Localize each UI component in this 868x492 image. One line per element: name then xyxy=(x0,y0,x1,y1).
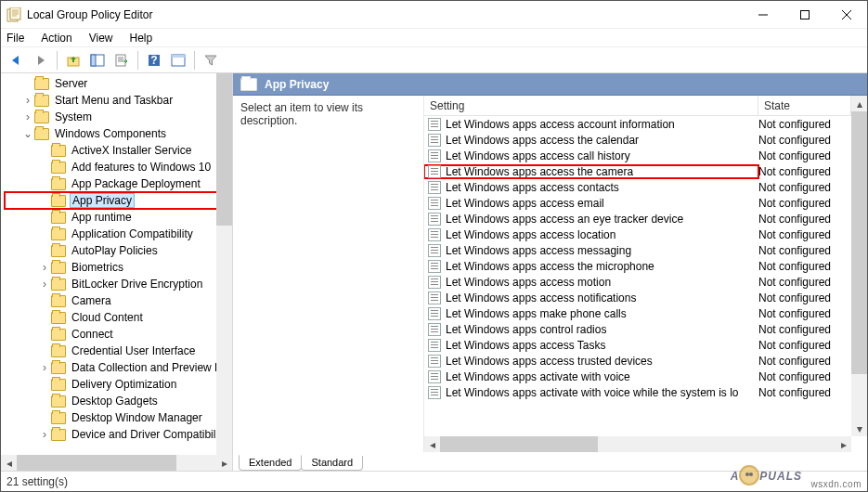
list-rows[interactable]: Let Windows apps access account informat… xyxy=(424,116,867,436)
tree-item[interactable]: Credential User Interface xyxy=(5,343,232,359)
separator xyxy=(57,51,58,70)
tree-item[interactable]: ActiveX Installer Service xyxy=(5,142,232,159)
tree-item-label: Application Compatibility xyxy=(70,227,195,240)
list-row[interactable]: Let Windows apps access contactsNot conf… xyxy=(424,179,867,195)
window-title: Local Group Policy Editor xyxy=(27,8,742,21)
close-button[interactable] xyxy=(825,1,867,28)
tree-item[interactable]: ›BitLocker Drive Encryption xyxy=(5,276,232,292)
up-folder-button[interactable] xyxy=(63,50,84,71)
list-row[interactable]: Let Windows apps control radiosNot confi… xyxy=(424,321,867,337)
svg-rect-10 xyxy=(172,55,185,58)
tree-item[interactable]: ›Device and Driver Compatibilit xyxy=(5,426,232,443)
tab-standard[interactable]: Standard xyxy=(301,456,363,471)
list-row[interactable]: Let Windows apps access messagingNot con… xyxy=(424,242,867,258)
scroll-right-icon[interactable]: ▸ xyxy=(216,455,232,471)
list-row[interactable]: Let Windows apps access account informat… xyxy=(424,116,867,132)
expand-icon[interactable]: › xyxy=(38,428,51,441)
forward-button[interactable] xyxy=(31,50,51,71)
list-horizontal-scrollbar[interactable]: ◂ ▸ xyxy=(424,436,851,452)
list-row[interactable]: Let Windows apps activate with voiceNot … xyxy=(424,369,867,384)
tree-item[interactable]: Camera xyxy=(5,292,232,309)
list-row[interactable]: Let Windows apps activate with voice whi… xyxy=(424,384,867,400)
tree-item[interactable]: ›Data Collection and Preview B xyxy=(5,359,232,376)
list-row[interactable]: Let Windows apps access the calendarNot … xyxy=(424,132,867,148)
column-state[interactable]: State xyxy=(758,96,851,115)
tree-item-label: Delivery Optimization xyxy=(70,378,178,391)
scrollbar-thumb[interactable] xyxy=(216,73,232,226)
tree-item[interactable]: Add features to Windows 10 xyxy=(5,159,232,175)
expand-icon[interactable]: › xyxy=(38,278,51,291)
scrollbar-thumb[interactable] xyxy=(851,111,867,374)
tree-vertical-scrollbar[interactable] xyxy=(216,73,232,455)
expand-icon[interactable]: › xyxy=(38,261,51,274)
properties-button[interactable] xyxy=(168,50,188,71)
back-button[interactable] xyxy=(6,50,27,71)
help-button[interactable]: ? xyxy=(144,50,164,71)
tree-horizontal-scrollbar[interactable]: ◂ ▸ xyxy=(1,455,232,471)
expand-icon[interactable]: ⌄ xyxy=(21,127,34,140)
setting-name: Let Windows apps access the calendar xyxy=(446,134,639,147)
list-row[interactable]: Let Windows apps access emailNot configu… xyxy=(424,195,867,211)
folder-icon xyxy=(51,312,66,324)
column-setting[interactable]: Setting xyxy=(424,96,758,115)
list-row[interactable]: Let Windows apps make phone callsNot con… xyxy=(424,305,867,321)
list-row[interactable]: Let Windows apps access call historyNot … xyxy=(424,148,867,163)
tree-item-label: Data Collection and Preview B xyxy=(70,361,224,374)
tree-item[interactable]: Server xyxy=(5,75,232,92)
tree-item[interactable]: Cloud Content xyxy=(5,309,232,326)
menu-file[interactable]: File xyxy=(6,32,24,45)
list-row[interactable]: Let Windows apps access locationNot conf… xyxy=(424,227,867,242)
tree-item[interactable]: ›Start Menu and Taskbar xyxy=(5,92,232,109)
tree-item[interactable]: Delivery Optimization xyxy=(5,376,232,393)
policy-icon xyxy=(428,355,441,368)
setting-name: Let Windows apps access location xyxy=(446,228,615,241)
filter-button[interactable] xyxy=(201,50,221,71)
tree-item[interactable]: App Privacy xyxy=(5,192,232,209)
list-row[interactable]: Let Windows apps access notificationsNot… xyxy=(424,290,867,305)
tree-item[interactable]: Desktop Gadgets xyxy=(5,393,232,409)
scroll-left-icon[interactable]: ◂ xyxy=(1,455,17,471)
expand-icon[interactable]: › xyxy=(38,361,51,374)
details-header-title: App Privacy xyxy=(265,78,329,91)
scroll-down-icon[interactable]: ▾ xyxy=(851,421,867,436)
policy-icon xyxy=(428,291,441,304)
policy-icon xyxy=(428,165,441,178)
menu-action[interactable]: Action xyxy=(41,32,71,45)
tree-item[interactable]: App runtime xyxy=(5,209,232,226)
tree-item[interactable]: Connect xyxy=(5,326,232,343)
minimize-button[interactable] xyxy=(742,1,784,28)
list-row[interactable]: Let Windows apps access the microphoneNo… xyxy=(424,258,867,274)
setting-name: Let Windows apps access messaging xyxy=(446,244,631,257)
scroll-right-icon[interactable]: ▸ xyxy=(836,436,851,452)
scrollbar-thumb[interactable] xyxy=(17,455,176,471)
scroll-left-icon[interactable]: ◂ xyxy=(424,436,440,452)
list-row[interactable]: Let Windows apps access TasksNot configu… xyxy=(424,337,867,353)
setting-state: Not configured xyxy=(758,323,851,336)
setting-name: Let Windows apps access trusted devices xyxy=(446,355,653,368)
show-hide-tree-button[interactable] xyxy=(87,50,108,71)
list-row[interactable]: Let Windows apps access an eye tracker d… xyxy=(424,211,867,227)
tree-list[interactable]: Server›Start Menu and Taskbar›System⌄Win… xyxy=(1,73,232,455)
list-row[interactable]: Let Windows apps access motionNot config… xyxy=(424,274,867,290)
tree-item[interactable]: Desktop Window Manager xyxy=(5,409,232,426)
tree-item-label: System xyxy=(53,110,94,123)
export-button[interactable] xyxy=(111,50,132,71)
list-row[interactable]: Let Windows apps access the cameraNot co… xyxy=(424,163,867,179)
menu-view[interactable]: View xyxy=(89,32,113,45)
menu-help[interactable]: Help xyxy=(130,32,153,45)
tree-item[interactable]: ›Biometrics xyxy=(5,259,232,276)
list-row[interactable]: Let Windows apps access trusted devicesN… xyxy=(424,353,867,369)
tree-item[interactable]: App Package Deployment xyxy=(5,175,232,192)
list-vertical-scrollbar[interactable]: ▴ ▾ xyxy=(851,96,867,436)
scroll-up-icon[interactable]: ▴ xyxy=(851,96,867,111)
tree-item[interactable]: Application Compatibility xyxy=(5,226,232,242)
setting-state: Not configured xyxy=(758,134,851,147)
scrollbar-thumb[interactable] xyxy=(440,436,598,452)
expand-icon[interactable]: › xyxy=(21,94,34,107)
tab-extended[interactable]: Extended xyxy=(239,455,302,471)
maximize-button[interactable] xyxy=(784,1,825,28)
tree-item[interactable]: ⌄Windows Components xyxy=(5,125,232,142)
tree-item[interactable]: AutoPlay Policies xyxy=(5,242,232,259)
expand-icon[interactable]: › xyxy=(21,110,34,123)
tree-item[interactable]: ›System xyxy=(5,109,232,125)
